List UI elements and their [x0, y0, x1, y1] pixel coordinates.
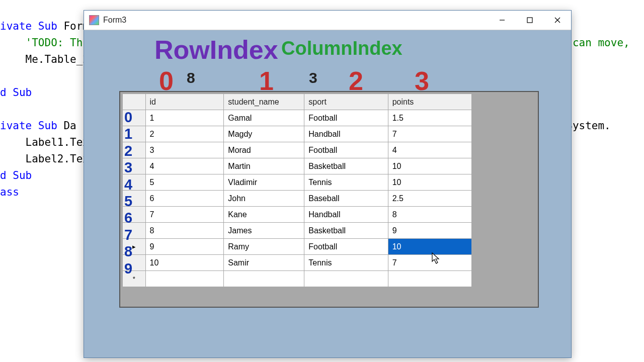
table-row[interactable]: 5VladimirTennis10: [123, 174, 472, 191]
cell[interactable]: 7: [388, 255, 471, 271]
svg-rect-1: [527, 18, 532, 23]
table-row[interactable]: 6JohnBaseball2.5: [123, 191, 472, 207]
cell[interactable]: Baseball: [304, 191, 388, 207]
cell[interactable]: [145, 271, 224, 287]
row-index-label: 8: [124, 243, 132, 260]
form3-window: Form3 RowIndex ColumnIndex 8 3 0 1 2 3 i…: [84, 10, 572, 358]
datagridview[interactable]: id student_name sport points 1GamalFootb…: [122, 94, 472, 287]
row-index-label: 1: [124, 126, 132, 142]
cell[interactable]: Handball: [304, 207, 388, 223]
cell[interactable]: 8: [388, 207, 471, 223]
column-header-sport[interactable]: sport: [304, 94, 388, 110]
cell[interactable]: [388, 271, 471, 287]
table-row[interactable]: 1GamalFootball1.5: [123, 110, 472, 126]
column-header-student-name[interactable]: student_name: [224, 94, 304, 110]
cell[interactable]: Basketball: [304, 158, 388, 174]
row-index-label: 7: [124, 227, 132, 243]
minimize-button[interactable]: [488, 11, 516, 30]
cell[interactable]: Tennis: [304, 174, 388, 191]
table-row[interactable]: 2MagdyHandball7: [123, 126, 472, 142]
column-index-value: 3: [309, 69, 317, 86]
cell[interactable]: 1.5: [388, 110, 471, 126]
cell[interactable]: 10: [145, 255, 224, 271]
cell[interactable]: 5: [145, 174, 224, 191]
rowheader-corner[interactable]: [123, 94, 146, 110]
cell[interactable]: Handball: [304, 126, 388, 142]
cell[interactable]: 4: [388, 142, 471, 158]
cell[interactable]: 1: [145, 110, 224, 126]
close-button[interactable]: [543, 11, 571, 30]
columnindex-label: ColumnIndex: [281, 38, 403, 59]
cell[interactable]: 7: [145, 207, 224, 223]
maximize-button[interactable]: [516, 11, 543, 30]
table-row[interactable]: 10SamirTennis7: [123, 255, 472, 271]
row-index-label: 3: [124, 159, 132, 176]
new-row[interactable]: *: [123, 271, 472, 287]
cell[interactable]: Magdy: [224, 126, 304, 142]
row-index-label: 2: [124, 143, 132, 159]
cell[interactable]: Gamal: [224, 110, 304, 126]
app-icon: [89, 15, 99, 25]
cell[interactable]: 7: [388, 126, 471, 142]
cell[interactable]: [304, 271, 388, 287]
window-title: Form3: [103, 16, 488, 25]
mouse-cursor-icon: [432, 252, 442, 265]
row-index-label: 6: [124, 210, 132, 226]
cell[interactable]: 9: [145, 239, 224, 255]
table-row[interactable]: 7KaneHandball8: [123, 207, 472, 223]
cell[interactable]: [224, 271, 304, 287]
cell[interactable]: Football: [304, 239, 388, 255]
cell[interactable]: 9: [388, 223, 471, 239]
cell[interactable]: 10: [388, 239, 471, 255]
cell[interactable]: 10: [388, 158, 471, 174]
cell[interactable]: 2.5: [388, 191, 471, 207]
row-index-label: 9: [124, 260, 132, 277]
row-index-label: 5: [124, 193, 132, 210]
cell[interactable]: 2: [145, 126, 224, 142]
cell[interactable]: Martin: [224, 158, 304, 174]
table-row[interactable]: 3MoradFootball4: [123, 142, 472, 158]
cell[interactable]: 6: [145, 191, 224, 207]
row-index-label: 4: [124, 176, 132, 193]
column-header-points[interactable]: points: [388, 94, 471, 110]
cell[interactable]: Ramy: [224, 239, 304, 255]
cell[interactable]: James: [224, 223, 304, 239]
table-row[interactable]: ▸9RamyFootball10: [123, 239, 472, 255]
cell[interactable]: Samir: [224, 255, 304, 271]
table-row[interactable]: 8JamesBasketball9: [123, 223, 472, 239]
column-header-id[interactable]: id: [145, 94, 224, 110]
cell[interactable]: Tennis: [304, 255, 388, 271]
cell[interactable]: 3: [145, 142, 224, 158]
table-row[interactable]: 4MartinBasketball10: [123, 158, 472, 174]
cell[interactable]: 4: [145, 158, 224, 174]
cell[interactable]: 10: [388, 174, 471, 191]
cell[interactable]: Football: [304, 110, 388, 126]
row-index-label: 0: [124, 109, 132, 126]
row-index-value: 8: [187, 69, 195, 86]
cell[interactable]: 8: [145, 223, 224, 239]
cell[interactable]: John: [224, 191, 304, 207]
cell[interactable]: Football: [304, 142, 388, 158]
cell[interactable]: Kane: [224, 207, 304, 223]
cell[interactable]: Basketball: [304, 223, 388, 239]
rowindex-label: RowIndex: [154, 35, 278, 65]
window-titlebar[interactable]: Form3: [84, 11, 571, 30]
cell[interactable]: Morad: [224, 142, 304, 158]
cell[interactable]: Vladimir: [224, 174, 304, 191]
datagridview-container: id student_name sport points 1GamalFootb…: [119, 91, 539, 308]
